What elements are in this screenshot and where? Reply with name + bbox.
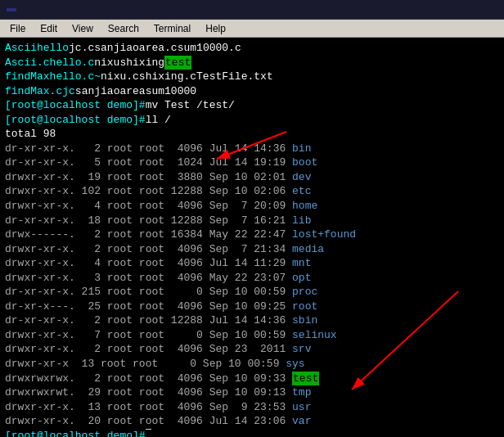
terminal-line: dr-xr-x---. 25 root root 4096 Sep 10 09:…: [5, 300, 499, 314]
title-bar: [0, 0, 504, 20]
terminal-line: dr-xr-xr-x. 5 root root 1024 Jul 14 19:1…: [5, 155, 499, 170]
menu-item-help[interactable]: Help: [199, 21, 232, 36]
terminal-line: drwxr-xr-x. 3 root root 4096 May 22 23:0…: [5, 271, 499, 286]
terminal-line: findMax hello.c~ nixu.c shixing.c TestFi…: [5, 70, 499, 84]
menu-item-search[interactable]: Search: [101, 21, 146, 36]
terminal-line: drwxr-xr-x 13 root root 0 Sep 10 00:59 s…: [5, 357, 499, 372]
terminal-line: drwxr-xr-x. 20 root root 4096 Jul 14 23:…: [5, 414, 499, 429]
terminal-line: drwx------. 2 root root 16384 May 22 22:…: [5, 228, 499, 242]
terminal-line: drwxrwxrwt. 29 root root 4096 Sep 10 09:…: [5, 385, 499, 400]
terminal-line: drwxr-xr-x. 19 root root 3880 Sep 10 02:…: [5, 170, 499, 185]
terminal-line: [root@localhost demo]# ll /: [5, 113, 499, 128]
terminal-line: Ascii.c hello.c nixu shixing test: [5, 56, 499, 70]
terminal-line: drwxr-xr-x. 13 root root 4096 Sep 9 23:5…: [5, 400, 499, 415]
terminal-line: drwxr-xr-x. 4 root root 4096 Jul 14 11:2…: [5, 256, 499, 271]
title-bar-left: [7, 8, 16, 11]
terminal-line: dr-xr-xr-x. 215 root root 0 Sep 10 00:59…: [5, 285, 499, 300]
terminal-line: drwxr-xr-x. 4 root root 4096 Sep 7 20:09…: [5, 199, 499, 214]
menu-bar: FileEditViewSearchTerminalHelp: [0, 20, 504, 38]
terminal-line: [root@localhost demo]# mv Test /test/: [5, 98, 499, 113]
terminal-line: dr-xr-xr-x. 18 root root 12288 Sep 7 16:…: [5, 214, 499, 228]
terminal-line: [root@localhost demo]# █: [5, 429, 499, 437]
terminal-line: findMax.c jc sanjiaoarea sum10000: [5, 84, 499, 99]
terminal-line: dr-xr-xr-x. 2 root root 4096 Jul 14 14:3…: [5, 142, 499, 156]
terminal-line: drwxr-xr-x. 102 root root 12288 Sep 10 0…: [5, 184, 499, 199]
terminal-line: drwxr-xr-x. 2 root root 4096 Sep 23 2011…: [5, 342, 499, 357]
terminal-line: drwxr-xr-x. 2 root root 4096 Sep 7 21:34…: [5, 242, 499, 257]
terminal[interactable]: Ascii hello jc.c sanjiaoarea.c sum10000.…: [0, 38, 504, 437]
terminal-line: drwxrwxrwx. 2 root root 4096 Sep 10 09:3…: [5, 372, 499, 386]
menu-item-file[interactable]: File: [3, 21, 32, 36]
menu-item-edit[interactable]: Edit: [34, 21, 64, 36]
menu-item-terminal[interactable]: Terminal: [147, 21, 197, 36]
menu-item-view[interactable]: View: [65, 21, 100, 36]
terminal-line: Ascii hello jc.c sanjiaoarea.c sum10000.…: [5, 41, 499, 56]
terminal-line: dr-xr-xr-x. 2 root root 12288 Jul 14 14:…: [5, 313, 499, 328]
terminal-line: drwxr-xr-x. 7 root root 0 Sep 10 00:59 s…: [5, 328, 499, 343]
terminal-line: total 98: [5, 127, 499, 142]
